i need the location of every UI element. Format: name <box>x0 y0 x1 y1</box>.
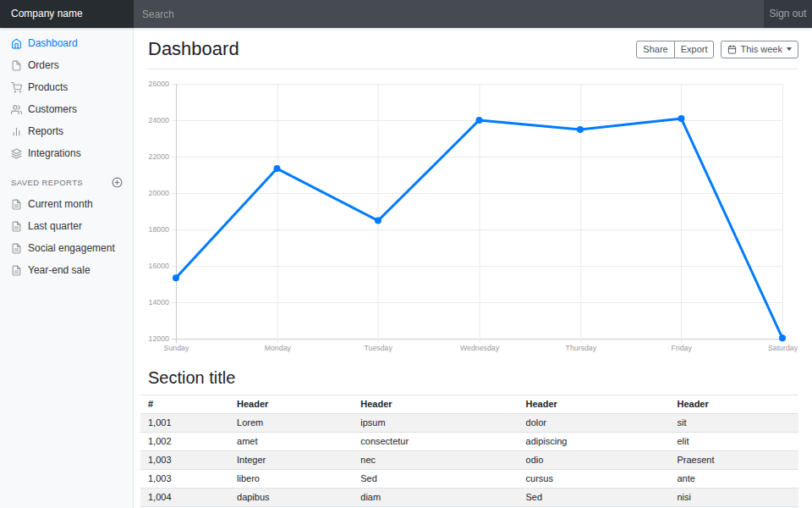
sidebar-item-label: Products <box>28 81 68 93</box>
plus-circle-icon[interactable] <box>112 177 123 188</box>
table-cell: Lorem <box>229 414 353 433</box>
table-cell: Integer <box>229 451 353 470</box>
saved-reports-header: Saved reports <box>0 164 134 193</box>
top-navbar: Company name Sign out <box>0 0 812 28</box>
sidebar-item-social-engagement[interactable]: Social engagement <box>0 237 134 259</box>
sidebar-item-label: Current month <box>28 198 93 210</box>
table-cell: sit <box>669 414 798 433</box>
toolbar: Share Export This week <box>636 41 798 58</box>
share-button[interactable]: Share <box>636 41 674 58</box>
table-cell: nisi <box>669 489 798 507</box>
sidebar-item-label: Dashboard <box>28 37 78 49</box>
sidebar-item-label: Customers <box>28 103 77 115</box>
caret-down-icon <box>787 47 792 51</box>
svg-text:22000: 22000 <box>149 152 170 161</box>
table-cell: 1,002 <box>140 433 229 451</box>
svg-text:14000: 14000 <box>149 298 170 306</box>
chart-container: 1200014000160001800020000220002400026000… <box>148 77 798 356</box>
file-text-icon <box>11 221 22 232</box>
table-cell: Sed <box>518 489 670 507</box>
table-cell: 1,004 <box>140 489 229 507</box>
table-cell: elit <box>669 433 798 451</box>
sidebar-item-label: Integrations <box>28 147 81 159</box>
svg-text:Wednesday: Wednesday <box>460 344 500 352</box>
table-cell: libero <box>229 470 353 489</box>
table-cell: dolor <box>518 414 670 433</box>
table-cell: ante <box>669 470 798 489</box>
calendar-icon <box>727 45 737 54</box>
week-dropdown-label: This week <box>740 44 782 55</box>
table-header-cell: Header <box>229 395 353 414</box>
sidebar-item-orders[interactable]: Orders <box>0 54 134 76</box>
svg-text:12000: 12000 <box>149 334 170 343</box>
sidebar-item-customers[interactable]: Customers <box>0 98 134 120</box>
section-title: Section title <box>148 368 798 388</box>
svg-text:26000: 26000 <box>149 80 170 88</box>
file-text-icon <box>11 265 22 276</box>
page-header: Dashboard Share Export This week <box>148 28 798 69</box>
svg-text:16000: 16000 <box>149 262 170 270</box>
table-cell: consectetur <box>353 433 518 451</box>
table-header-cell: # <box>140 395 229 414</box>
svg-text:Saturday: Saturday <box>768 344 798 352</box>
table-row: 1,004 dapibus diam Sed nisi <box>140 489 798 507</box>
week-dropdown-button[interactable]: This week <box>721 41 798 58</box>
sign-out-link[interactable]: Sign out <box>764 0 812 28</box>
file-icon <box>11 60 22 71</box>
table-cell: cursus <box>518 470 670 489</box>
saved-reports-heading: Saved reports <box>11 178 83 187</box>
sidebar-item-year-end-sale[interactable]: Year-end sale <box>0 259 134 281</box>
bar-chart-icon <box>11 126 22 137</box>
sidebar-item-integrations[interactable]: Integrations <box>0 142 134 164</box>
sidebar-item-dashboard[interactable]: Dashboard <box>0 32 134 54</box>
brand[interactable]: Company name <box>0 0 134 28</box>
table-head: # Header Header Header Header <box>140 395 798 414</box>
data-table: # Header Header Header Header 1,001 Lore… <box>140 395 798 507</box>
svg-text:24000: 24000 <box>149 116 170 124</box>
file-text-icon <box>11 199 22 210</box>
sidebar-item-label: Reports <box>28 125 63 137</box>
table-row: 1,001 Lorem ipsum dolor sit <box>140 414 798 433</box>
table-row: 1,003 libero Sed cursus ante <box>140 470 798 489</box>
sidebar-item-products[interactable]: Products <box>0 76 134 98</box>
home-icon <box>11 38 22 49</box>
search-container <box>134 0 764 28</box>
search-input[interactable] <box>134 0 764 28</box>
sidebar-item-label: Year-end sale <box>28 264 91 276</box>
table-cell: nec <box>353 451 518 470</box>
sidebar-item-label: Last quarter <box>28 220 82 232</box>
svg-text:Tuesday: Tuesday <box>364 344 392 352</box>
table-header-cell: Header <box>669 395 798 414</box>
svg-text:Sunday: Sunday <box>164 344 189 352</box>
svg-text:18000: 18000 <box>149 225 170 234</box>
table-cell: Praesent <box>669 451 798 470</box>
table-cell: ipsum <box>353 414 518 433</box>
shopping-cart-icon <box>11 82 22 93</box>
file-text-icon <box>11 243 22 254</box>
sidebar-item-label: Social engagement <box>28 242 115 254</box>
share-export-button-group: Share Export <box>636 41 714 58</box>
sidebar-item-label: Orders <box>28 59 59 71</box>
table-cell: dapibus <box>229 489 353 507</box>
table-cell: odio <box>518 451 670 470</box>
layers-icon <box>11 148 22 159</box>
table-cell: diam <box>353 489 518 507</box>
sidebar-item-last-quarter[interactable]: Last quarter <box>0 215 134 237</box>
sidebar-item-current-month[interactable]: Current month <box>0 193 134 215</box>
table-cell: Sed <box>353 470 518 489</box>
users-icon <box>11 104 22 115</box>
table-body: 1,001 Lorem ipsum dolor sit 1,002 amet c… <box>140 414 798 507</box>
page-title: Dashboard <box>148 38 239 60</box>
table-cell: adipiscing <box>518 433 670 451</box>
export-button[interactable]: Export <box>674 41 715 58</box>
table-cell: 1,001 <box>140 414 229 433</box>
table-header-cell: Header <box>353 395 518 414</box>
sidebar: Dashboard Orders Products Customers Repo… <box>0 28 134 508</box>
table-row: 1,002 amet consectetur adipiscing elit <box>140 433 798 451</box>
sidebar-item-reports[interactable]: Reports <box>0 120 134 142</box>
table-cell: 1,003 <box>140 470 229 489</box>
svg-text:Monday: Monday <box>265 344 292 352</box>
table-header-row: # Header Header Header Header <box>140 395 798 414</box>
weekly-sales-line-chart: 1200014000160001800020000220002400026000… <box>148 77 798 356</box>
table-row: 1,003 Integer nec odio Praesent <box>140 451 798 470</box>
